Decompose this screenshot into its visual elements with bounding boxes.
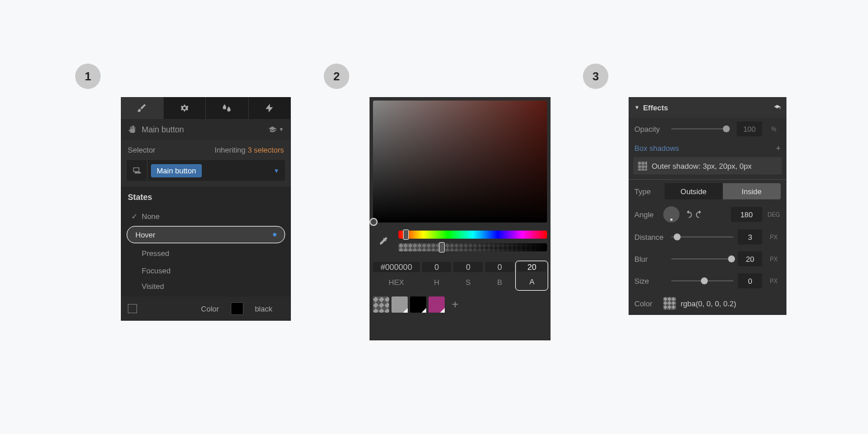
swatch-transparent[interactable] — [373, 296, 389, 313]
effects-header[interactable]: ▼ Effects — [629, 97, 786, 118]
selector-combobox[interactable]: Main button ▼ — [127, 160, 285, 181]
b-label: B — [485, 275, 515, 290]
caret-down-icon[interactable]: ▼ — [279, 127, 284, 132]
opacity-value[interactable]: 100 — [737, 121, 762, 136]
s-label: S — [453, 275, 483, 290]
tab-settings[interactable] — [164, 97, 206, 119]
swatch-black[interactable] — [410, 296, 426, 313]
state-focused[interactable]: Focused — [121, 262, 291, 279]
style-panel: Main button ▼ Selector Inheriting 3 sele… — [121, 97, 291, 321]
add-shadow-button[interactable]: + — [776, 143, 781, 153]
hand-icon — [128, 125, 137, 134]
box-shadows-section: Box shadows + — [629, 140, 786, 156]
shadow-item[interactable]: Outer shadow: 3px, 20px, 0px — [633, 157, 782, 175]
size-knob[interactable] — [701, 277, 708, 284]
inheriting-info[interactable]: Inheriting 3 selectors — [215, 146, 284, 154]
hex-input[interactable]: #000000 — [373, 262, 420, 272]
angle-unit: DEG — [767, 212, 781, 218]
angle-dial[interactable] — [663, 206, 679, 222]
graduation-cap-icon[interactable] — [268, 125, 276, 133]
opacity-label: Opacity — [634, 125, 664, 133]
blur-slider[interactable] — [671, 258, 733, 259]
distance-knob[interactable] — [674, 233, 681, 240]
distance-row: Distance 3 PX — [629, 226, 786, 248]
swatch-row: + — [373, 296, 547, 313]
opacity-slider[interactable] — [671, 128, 730, 129]
graduation-cap-icon[interactable] — [774, 104, 781, 111]
color-inputs-row: #000000 HEX 0 H 0 S 0 B 20 A — [373, 262, 547, 290]
swatch-magenta[interactable] — [429, 296, 445, 313]
alpha-input[interactable]: 20 — [517, 262, 546, 272]
effects-panel: ▼ Effects Opacity 100 % Box shadows + Ou… — [629, 97, 786, 315]
hex-label: HEX — [373, 275, 420, 290]
element-header: Main button ▼ — [121, 119, 291, 140]
opacity-knob[interactable] — [723, 125, 730, 132]
px-unit: PX — [767, 278, 781, 284]
add-swatch-button[interactable]: + — [447, 296, 463, 313]
box-icon[interactable] — [128, 304, 137, 313]
gear-icon — [179, 103, 190, 113]
size-row: Size 0 PX — [629, 270, 786, 292]
selector-target-icon[interactable] — [127, 160, 147, 181]
redo-icon[interactable] — [695, 210, 704, 219]
type-inside[interactable]: Inside — [723, 183, 781, 199]
hue-slider[interactable] — [398, 231, 547, 239]
state-hover[interactable]: Hover — [127, 226, 285, 243]
selector-row: Selector Inheriting 3 selectors — [121, 140, 291, 160]
angle-value[interactable]: 180 — [731, 207, 762, 222]
hue-thumb[interactable] — [403, 229, 409, 240]
sb-handle[interactable] — [370, 218, 378, 226]
size-label: Size — [634, 277, 667, 285]
angle-row: Angle 180 DEG — [629, 203, 786, 226]
selector-label: Selector — [128, 146, 156, 154]
inheriting-label: Inheriting — [215, 146, 245, 154]
state-visited[interactable]: Visited — [121, 279, 291, 296]
caret-down-icon: ▼ — [634, 105, 640, 110]
states-dropdown: States ✓None Hover Pressed Focused Visit… — [121, 187, 291, 296]
eyedropper-button[interactable] — [373, 227, 394, 255]
element-name: Main button — [142, 125, 184, 134]
blur-knob[interactable] — [728, 255, 735, 262]
opacity-unit: % — [767, 126, 781, 132]
color-value: black — [255, 305, 272, 313]
state-label: Visited — [142, 282, 164, 291]
blur-value[interactable]: 20 — [738, 251, 762, 266]
type-outside[interactable]: Outside — [664, 183, 723, 199]
state-none[interactable]: ✓None — [121, 207, 291, 225]
brightness-input[interactable]: 0 — [485, 262, 515, 272]
size-slider[interactable] — [671, 280, 733, 281]
state-pressed[interactable]: Pressed — [121, 244, 291, 262]
alpha-thumb[interactable] — [439, 242, 445, 253]
hue-input[interactable]: 0 — [422, 262, 452, 272]
box-shadows-label: Box shadows — [634, 144, 679, 153]
swatch-grey[interactable] — [391, 296, 408, 313]
shadow-description: Outer shadow: 3px, 20px, 0px — [652, 162, 752, 170]
px-unit: PX — [767, 234, 781, 240]
shadow-color-value[interactable]: rgba(0, 0, 0, 0.2) — [681, 299, 736, 308]
blur-row: Blur 20 PX — [629, 248, 786, 270]
a-label: A — [517, 274, 546, 289]
shadow-color-swatch[interactable] — [638, 161, 647, 170]
px-unit: PX — [767, 256, 781, 262]
tab-effects[interactable] — [249, 97, 291, 119]
caret-down-icon[interactable]: ▼ — [274, 168, 279, 174]
shadow-color-swatch[interactable] — [663, 297, 676, 310]
saturation-brightness-area[interactable] — [373, 101, 547, 222]
color-picker-panel: #000000 HEX 0 H 0 S 0 B 20 A + — [370, 97, 551, 340]
state-label: Hover — [135, 231, 156, 239]
selected-dot-icon — [273, 233, 276, 236]
color-swatch[interactable] — [231, 302, 243, 315]
selector-chip[interactable]: Main button — [151, 164, 202, 177]
alpha-slider[interactable] — [398, 243, 547, 251]
lightning-icon — [264, 103, 275, 113]
blur-label: Blur — [634, 255, 667, 264]
opacity-row: Opacity 100 % — [629, 118, 786, 140]
size-value[interactable]: 0 — [738, 273, 762, 288]
saturation-input[interactable]: 0 — [453, 262, 483, 272]
tab-style[interactable] — [121, 97, 164, 119]
distance-value[interactable]: 3 — [738, 229, 762, 244]
undo-icon[interactable] — [684, 210, 693, 219]
tab-interactions[interactable] — [206, 97, 249, 119]
state-label: Focused — [142, 266, 171, 275]
distance-slider[interactable] — [671, 236, 733, 238]
